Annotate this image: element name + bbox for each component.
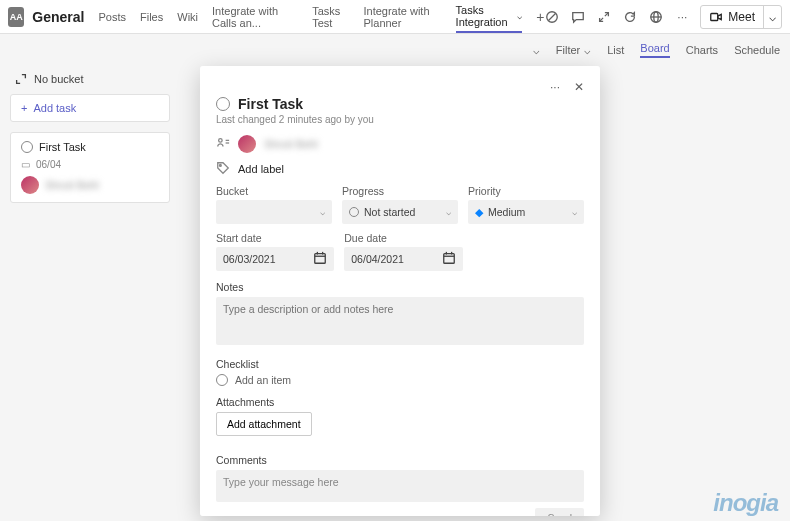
label-due-date: Due date	[344, 232, 462, 244]
more-icon[interactable]: ···	[674, 9, 690, 25]
add-item-placeholder: Add an item	[235, 374, 291, 386]
svg-line-1	[549, 13, 556, 20]
checklist-add-item[interactable]: Add an item	[216, 374, 584, 386]
meet-button[interactable]: Meet ⌵	[700, 5, 782, 29]
add-attachment-button[interactable]: Add attachment	[216, 412, 312, 436]
add-task-button[interactable]: + Add task	[10, 94, 170, 122]
video-icon	[709, 10, 723, 24]
meet-dropdown[interactable]: ⌵	[763, 6, 781, 28]
add-task-label: Add task	[33, 102, 76, 114]
tab-files[interactable]: Files	[140, 0, 163, 33]
tab-label: Tasks Integration	[456, 4, 515, 28]
globe-icon[interactable]	[648, 9, 664, 25]
task-due: 06/04	[36, 159, 61, 170]
label-notes: Notes	[216, 281, 584, 293]
progress-value: Not started	[364, 206, 415, 218]
checkbox-icon[interactable]	[216, 97, 230, 111]
tab-integrate-planner[interactable]: Integrate with Planner	[363, 0, 441, 33]
start-date-input[interactable]: 06/03/2021	[216, 247, 334, 271]
close-icon[interactable]: ✕	[574, 80, 584, 94]
expand-icon[interactable]	[596, 9, 612, 25]
bucket-select[interactable]: ⌵	[216, 200, 332, 224]
chevron-down-icon: ⌵	[320, 207, 325, 217]
calendar-icon	[313, 251, 327, 267]
tag-icon	[216, 161, 230, 177]
checkbox-icon	[216, 374, 228, 386]
column-title: No bucket	[34, 73, 84, 85]
expand-icon	[14, 72, 28, 86]
priority-value: Medium	[488, 206, 525, 218]
task-detail-modal: ··· ✕ First Task Last changed 2 minutes …	[200, 66, 600, 516]
svg-point-11	[220, 165, 222, 167]
more-icon[interactable]: ···	[550, 80, 560, 94]
task-title: First Task	[39, 141, 86, 153]
svg-point-8	[219, 139, 223, 143]
tab-strip: Posts Files Wiki Integrate with Calls an…	[99, 0, 545, 33]
filter-label: Filter	[556, 44, 580, 56]
tab-tasks-integration[interactable]: Tasks Integration ⌵	[456, 0, 523, 33]
tab-tasks-test[interactable]: Tasks Test	[312, 0, 349, 33]
refresh-icon[interactable]	[622, 9, 638, 25]
avatar	[21, 176, 39, 194]
circle-icon	[349, 207, 359, 217]
chevron-down-icon: ⌵	[517, 11, 522, 21]
chat-icon[interactable]	[570, 9, 586, 25]
label-priority: Priority	[468, 185, 584, 197]
chevron-down-icon: ⌵	[572, 207, 577, 217]
filter-bar: ⌵ Filter ⌵ List Board Charts Schedule	[0, 34, 790, 66]
checkbox-icon[interactable]	[21, 141, 33, 153]
due-date-value: 06/04/2021	[351, 253, 404, 265]
tab-integrate-calls[interactable]: Integrate with Calls an...	[212, 0, 298, 33]
send-button[interactable]: Send	[535, 508, 584, 516]
view-schedule[interactable]: Schedule	[734, 44, 780, 56]
top-bar: AA General Posts Files Wiki Integrate wi…	[0, 0, 790, 34]
calendar-icon: ▭	[21, 159, 30, 170]
task-title[interactable]: First Task	[238, 96, 303, 112]
comment-input[interactable]: Type your message here	[216, 470, 584, 502]
meet-label: Meet	[728, 10, 755, 24]
plus-icon: +	[21, 102, 27, 114]
notes-input[interactable]	[216, 297, 584, 345]
svg-rect-12	[315, 254, 326, 264]
tab-wiki[interactable]: Wiki	[177, 0, 198, 33]
dropdown-unknown[interactable]: ⌵	[533, 44, 540, 57]
label-attachments: Attachments	[216, 396, 584, 408]
avatar	[238, 135, 256, 153]
topbar-actions: ··· Meet ⌵	[544, 5, 782, 29]
view-list[interactable]: List	[607, 44, 624, 56]
task-card[interactable]: First Task ▭ 06/04 Shruti Behl	[10, 132, 170, 203]
svg-rect-16	[443, 254, 454, 264]
label-row[interactable]: Add label	[216, 161, 584, 177]
channel-name: General	[32, 9, 84, 25]
label-checklist: Checklist	[216, 358, 584, 370]
priority-icon: ◆	[475, 206, 483, 218]
calendar-icon	[442, 251, 456, 267]
task-assignee: Shruti Behl	[45, 179, 99, 191]
view-charts[interactable]: Charts	[686, 44, 718, 56]
add-tab-button[interactable]: +	[536, 9, 544, 25]
assignee-name: Shruti Behl	[264, 138, 318, 150]
label-bucket: Bucket	[216, 185, 332, 197]
no-entry-icon[interactable]	[544, 9, 560, 25]
assign-icon	[216, 136, 230, 152]
label-comments: Comments	[216, 454, 584, 466]
last-changed: Last changed 2 minutes ago by you	[216, 114, 584, 125]
tab-posts[interactable]: Posts	[99, 0, 127, 33]
channel-avatar: AA	[8, 7, 24, 27]
watermark: inogia	[713, 489, 778, 517]
priority-select[interactable]: ◆Medium ⌵	[468, 200, 584, 224]
column-no-bucket: No bucket + Add task First Task ▭ 06/04 …	[10, 70, 170, 203]
chevron-down-icon: ⌵	[584, 44, 591, 57]
chevron-down-icon: ⌵	[446, 207, 451, 217]
add-label-text: Add label	[238, 163, 284, 175]
column-header[interactable]: No bucket	[10, 70, 170, 88]
view-board[interactable]: Board	[640, 42, 669, 58]
assign-row[interactable]: Shruti Behl	[216, 135, 584, 153]
start-date-value: 06/03/2021	[223, 253, 276, 265]
due-date-input[interactable]: 06/04/2021	[344, 247, 462, 271]
progress-select[interactable]: Not started ⌵	[342, 200, 458, 224]
label-progress: Progress	[342, 185, 458, 197]
svg-rect-7	[711, 13, 718, 20]
filter-button[interactable]: Filter ⌵	[556, 44, 591, 57]
label-start-date: Start date	[216, 232, 334, 244]
